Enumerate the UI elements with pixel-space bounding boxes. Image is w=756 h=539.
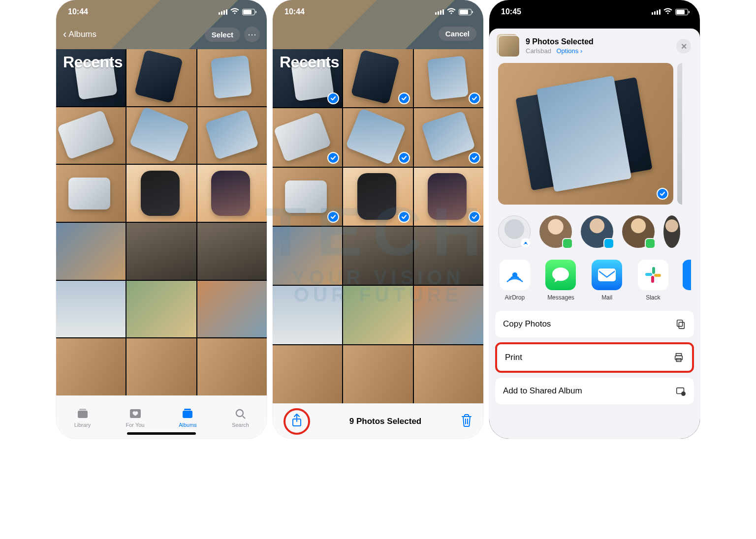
photo-thumb[interactable] bbox=[197, 165, 267, 222]
photo-thumb[interactable] bbox=[56, 165, 126, 222]
photo-thumb[interactable] bbox=[414, 345, 483, 403]
action-list: Add to Shared Album bbox=[495, 378, 694, 404]
action-list: Copy Photos bbox=[495, 311, 694, 337]
app-airdrop[interactable]: AirDrop bbox=[498, 260, 532, 301]
photo-thumb[interactable] bbox=[343, 108, 412, 166]
photo-thumb[interactable] bbox=[197, 338, 267, 395]
photo-thumb[interactable] bbox=[414, 168, 483, 226]
contact-person[interactable] bbox=[581, 215, 613, 248]
contact-row[interactable] bbox=[489, 209, 700, 257]
photo-grid[interactable] bbox=[56, 49, 267, 395]
options-button[interactable]: Options › bbox=[556, 47, 582, 55]
photo-thumb[interactable] bbox=[126, 107, 196, 164]
photo-thumb[interactable] bbox=[126, 281, 196, 338]
preview-photo-peek[interactable] bbox=[677, 63, 682, 205]
photo-thumb[interactable] bbox=[126, 49, 196, 106]
photo-thumb[interactable] bbox=[414, 286, 483, 344]
photo-thumb[interactable] bbox=[197, 107, 267, 164]
photo-thumb[interactable] bbox=[56, 223, 126, 280]
selected-check-icon bbox=[657, 188, 668, 200]
photo-thumb[interactable] bbox=[343, 286, 412, 344]
photo-thumb[interactable] bbox=[197, 223, 267, 280]
foryou-icon bbox=[128, 407, 142, 420]
photo-thumb[interactable] bbox=[197, 281, 267, 338]
photo-thumb[interactable] bbox=[126, 165, 196, 222]
svg-point-5 bbox=[236, 410, 243, 417]
svg-rect-1 bbox=[79, 409, 86, 410]
photo-thumb[interactable] bbox=[273, 227, 342, 285]
messages-badge-icon bbox=[562, 238, 573, 249]
selected-check-icon bbox=[398, 152, 410, 164]
share-preview-stack bbox=[498, 35, 520, 57]
status-time: 10:44 bbox=[68, 7, 88, 16]
tab-label: Albums bbox=[179, 422, 197, 428]
photo-thumb[interactable] bbox=[56, 107, 126, 164]
photo-grid[interactable] bbox=[273, 49, 483, 403]
photo-thumb[interactable] bbox=[414, 227, 483, 285]
photo-thumb[interactable] bbox=[273, 168, 342, 226]
back-albums-button[interactable]: ‹ Albums bbox=[63, 29, 96, 40]
status-bar: 10:45 bbox=[489, 0, 700, 24]
app-mail[interactable]: Mail bbox=[590, 260, 624, 301]
action-print[interactable]: Print bbox=[497, 344, 692, 371]
search-icon bbox=[234, 407, 248, 420]
svg-rect-12 bbox=[651, 276, 654, 283]
delete-button[interactable] bbox=[461, 414, 472, 429]
phone-browse: 10:44 ‹ Albums Select ⋯ Recents bbox=[56, 0, 267, 439]
tab-search[interactable]: Search bbox=[214, 396, 267, 439]
home-indicator[interactable] bbox=[127, 432, 196, 435]
share-button[interactable] bbox=[291, 413, 303, 430]
app-messages[interactable]: Messages bbox=[544, 260, 578, 301]
more-button[interactable]: ⋯ bbox=[244, 27, 260, 42]
photo-thumb[interactable] bbox=[414, 49, 483, 107]
svg-point-20 bbox=[682, 392, 685, 395]
preview-scroller[interactable] bbox=[489, 63, 700, 209]
messages-badge-icon bbox=[645, 238, 656, 249]
photo-thumb[interactable] bbox=[343, 345, 412, 403]
tab-label: For You bbox=[126, 422, 145, 428]
action-copy-photos[interactable]: Copy Photos bbox=[495, 311, 694, 337]
status-bar: 10:44 bbox=[56, 0, 267, 24]
contact-person[interactable] bbox=[663, 215, 680, 248]
contact-airdrop-device[interactable] bbox=[498, 215, 531, 248]
photo-thumb[interactable] bbox=[56, 281, 126, 338]
contact-person[interactable] bbox=[622, 215, 655, 248]
app-slack[interactable]: Slack bbox=[636, 260, 670, 301]
app-more-peek[interactable] bbox=[683, 260, 691, 301]
svg-rect-14 bbox=[679, 322, 684, 329]
photo-thumb[interactable] bbox=[414, 108, 483, 166]
action-label: Add to Shared Album bbox=[503, 386, 582, 396]
wifi-icon bbox=[230, 7, 239, 16]
app-row[interactable]: AirDrop Messages Mail bbox=[489, 257, 700, 304]
svg-rect-13 bbox=[645, 273, 652, 276]
selected-check-icon bbox=[398, 211, 410, 223]
photo-thumb[interactable] bbox=[273, 345, 342, 403]
app-label: Mail bbox=[601, 294, 612, 301]
action-add-shared-album[interactable]: Add to Shared Album bbox=[495, 378, 694, 404]
wifi-icon bbox=[663, 7, 672, 16]
close-button[interactable]: ✕ bbox=[676, 39, 691, 54]
photo-thumb[interactable] bbox=[343, 227, 412, 285]
preview-photo[interactable] bbox=[498, 63, 673, 205]
select-button[interactable]: Select bbox=[205, 28, 240, 42]
app-label: Slack bbox=[646, 294, 660, 301]
photo-thumb[interactable] bbox=[273, 108, 342, 166]
tab-library[interactable]: Library bbox=[56, 396, 109, 439]
selection-count-label: 9 Photos Selected bbox=[349, 417, 421, 426]
album-title: Recents bbox=[63, 53, 123, 71]
photo-thumb[interactable] bbox=[273, 286, 342, 344]
contact-person[interactable] bbox=[539, 215, 572, 248]
share-sheet: 9 Photos Selected Carlsbad Options › ✕ bbox=[489, 29, 700, 439]
photo-thumb[interactable] bbox=[343, 168, 412, 226]
share-icon bbox=[291, 413, 303, 428]
svg-rect-15 bbox=[677, 320, 683, 327]
photo-thumb[interactable] bbox=[197, 49, 267, 106]
photo-thumb[interactable] bbox=[126, 223, 196, 280]
photo-thumb[interactable] bbox=[56, 338, 126, 395]
cancel-button[interactable]: Cancel bbox=[439, 27, 476, 41]
action-label: Copy Photos bbox=[503, 319, 551, 329]
selected-check-icon bbox=[398, 92, 410, 104]
photo-thumb[interactable] bbox=[126, 338, 196, 395]
photo-thumb[interactable] bbox=[343, 49, 412, 107]
phone-share-sheet: 10:45 9 Photos Selected Carlsbad Options… bbox=[489, 0, 700, 439]
